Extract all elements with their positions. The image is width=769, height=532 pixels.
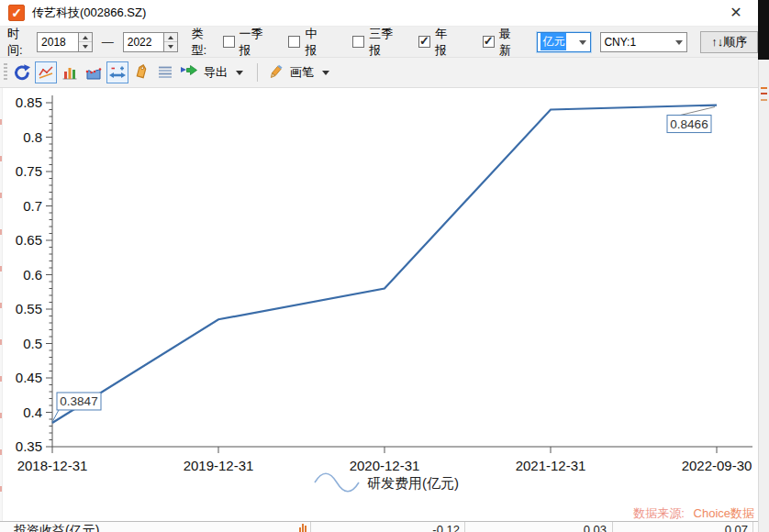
year-from-spinner[interactable]: 2018 (37, 32, 93, 52)
chart-toolbar: 导出 画笔 (0, 58, 758, 88)
q1-label[interactable]: 一季报 (240, 26, 273, 59)
spinner-up-icon[interactable] (79, 33, 92, 43)
data-source: 数据来源: Choice数据 (633, 505, 754, 522)
q3-label[interactable]: 三季报 (369, 26, 402, 59)
refresh-icon[interactable] (11, 61, 33, 83)
svg-text:0.7: 0.7 (23, 198, 42, 214)
pencil-icon[interactable] (264, 61, 286, 83)
filter-bar: 时间: 2018 — 2022 类型: 一季报 中报 三季报 (0, 27, 758, 58)
currency-selected-value[interactable]: CNY:1 (604, 36, 636, 49)
unit-select[interactable]: 亿元 (537, 32, 591, 52)
column-divider (464, 522, 465, 532)
edge-mark (761, 93, 767, 94)
annual-label[interactable]: 年报 (435, 26, 457, 59)
svg-text:0.8466: 0.8466 (670, 117, 708, 131)
row-value: -0.12 (317, 523, 460, 532)
left-edge-strip (0, 88, 3, 521)
export-label[interactable]: 导出 (204, 64, 228, 81)
interim-label[interactable]: 中报 (305, 26, 327, 59)
list-icon[interactable] (154, 61, 176, 83)
window-edge (758, 0, 769, 60)
year-to-value[interactable]: 2022 (124, 33, 164, 51)
app-window: ✓ 传艺科技(002866.SZ) ✕ 时间: 2018 — 2022 类型: … (0, 0, 769, 532)
svg-text:2020-12-31: 2020-12-31 (350, 458, 420, 473)
row-value: 0.07 (617, 523, 748, 532)
toolbar-grip[interactable] (4, 63, 7, 82)
svg-text:2021-12-31: 2021-12-31 (516, 458, 586, 473)
column-divider (612, 522, 613, 532)
currency-select[interactable]: CNY:1 (600, 32, 687, 52)
tag-icon[interactable] (130, 61, 152, 83)
close-icon[interactable]: ✕ (727, 4, 745, 22)
chevron-down-icon[interactable] (675, 40, 683, 45)
export-icon[interactable] (178, 61, 200, 83)
checkbox-interim[interactable]: 中报 (288, 26, 327, 59)
spinner-up-icon[interactable] (164, 33, 177, 43)
page-title: 传艺科技(002866.SZ) (32, 5, 146, 21)
annual-checkbox[interactable] (418, 36, 430, 48)
svg-text:0.3847: 0.3847 (60, 394, 97, 408)
svg-text:0.35: 0.35 (16, 438, 42, 454)
edge-mark (761, 87, 767, 89)
checkbox-annual[interactable]: 年报 (418, 26, 457, 59)
svg-text:研发费用(亿元): 研发费用(亿元) (367, 475, 459, 491)
spinner-down-icon[interactable] (79, 42, 92, 51)
svg-text:0.45: 0.45 (16, 370, 42, 385)
q1-checkbox[interactable] (223, 36, 235, 48)
column-divider (752, 522, 753, 532)
svg-text:0.65: 0.65 (16, 232, 42, 248)
svg-text:0.55: 0.55 (16, 301, 42, 316)
title-bar: ✓ 传艺科技(002866.SZ) ✕ (0, 0, 758, 27)
svg-text:2018-12-31: 2018-12-31 (17, 458, 88, 473)
range-zoom-icon[interactable] (106, 61, 128, 83)
unit-selected-value[interactable]: 亿元 (541, 33, 566, 50)
checkbox-latest[interactable]: 最新 (483, 26, 521, 59)
svg-text:0.6: 0.6 (23, 267, 42, 283)
column-divider (310, 522, 311, 532)
svg-text:2019-12-31: 2019-12-31 (184, 458, 254, 473)
svg-text:2022-09-30: 2022-09-30 (682, 458, 752, 473)
svg-text:0.85: 0.85 (16, 94, 42, 110)
svg-text:0.4: 0.4 (23, 405, 42, 420)
order-button[interactable]: ↑↓顺序 (700, 31, 758, 53)
row-label: 投资收益(亿元) (14, 523, 99, 532)
spinner-buttons (78, 33, 92, 51)
export-caret-icon[interactable] (236, 71, 243, 75)
latest-label[interactable]: 最新 (499, 26, 521, 59)
chevron-down-icon[interactable] (579, 40, 586, 45)
interim-checkbox[interactable] (288, 36, 300, 48)
brush-caret-icon[interactable] (322, 71, 329, 75)
range-dash: — (102, 35, 114, 49)
brush-label[interactable]: 画笔 (290, 64, 314, 81)
spinner-buttons (163, 33, 177, 51)
checkbox-q1[interactable]: 一季报 (223, 26, 273, 59)
toolbar-separator (257, 63, 258, 82)
svg-text:0.5: 0.5 (23, 336, 42, 351)
line-chart: 0.350.40.450.50.550.60.650.70.750.80.852… (0, 88, 758, 521)
type-label: 类型: (191, 26, 217, 59)
series-checkbox-icon[interactable]: ✓ (8, 5, 25, 21)
row-value: 0.03 (470, 523, 607, 532)
q3-checkbox[interactable] (352, 36, 364, 48)
spinner-down-icon[interactable] (164, 42, 177, 51)
mini-bar-chart-icon[interactable] (299, 524, 309, 532)
bar-chart-icon[interactable] (59, 61, 81, 83)
svg-text:0.8: 0.8 (23, 129, 42, 145)
time-label: 时间: (7, 26, 33, 59)
year-from-value[interactable]: 2018 (38, 33, 78, 51)
area-chart-icon[interactable] (83, 61, 105, 83)
latest-checkbox[interactable] (483, 36, 495, 48)
source-name: Choice数据 (694, 506, 754, 520)
svg-text:0.75: 0.75 (16, 163, 42, 179)
right-edge-strip (758, 60, 769, 532)
checkbox-q3[interactable]: 三季报 (352, 26, 402, 59)
line-chart-icon[interactable] (35, 61, 57, 83)
source-label: 数据来源: (633, 506, 685, 520)
table-row[interactable]: 投资收益(亿元) -0.12 0.03 0.07 (0, 521, 758, 532)
edge-mark (761, 99, 767, 101)
year-to-spinner[interactable]: 2022 (123, 32, 179, 52)
